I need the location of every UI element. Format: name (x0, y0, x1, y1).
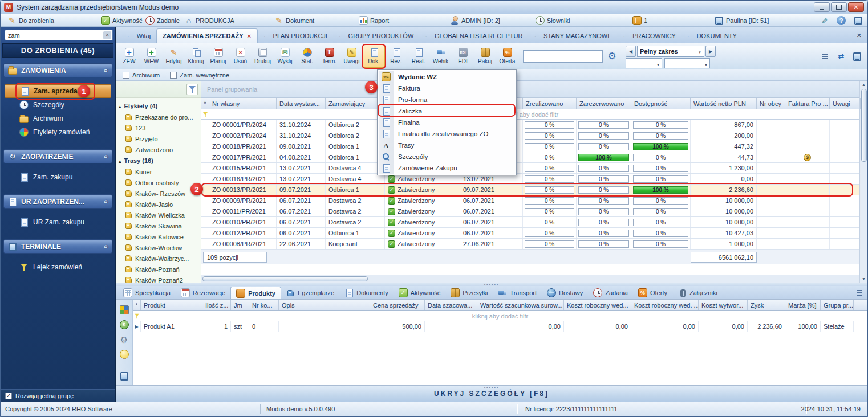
menu-item-raport[interactable]: Raport (356, 14, 391, 27)
grid-settings-button[interactable] (120, 305, 129, 314)
range-next-button[interactable] (705, 46, 716, 57)
column-header-grupa-pr[interactable]: Grupa pr... (821, 300, 854, 310)
column-header-dostępność[interactable]: Dostępność (631, 98, 691, 109)
close-tab-icon[interactable] (247, 32, 252, 39)
tree-item-przyjęto[interactable]: Przyjęto (117, 133, 200, 144)
sidebar-group-zamówienia[interactable]: ZAMÓWIENIA (3, 63, 112, 77)
toolbar-button-stat[interactable]: Stat. (296, 44, 318, 68)
menu-item-produkcja[interactable]: PRODUKCJA (182, 14, 237, 27)
tree-item-kraków-poznań[interactable]: Kraków-Poznań (117, 264, 200, 275)
tab-pracownicy[interactable]: PRACOWNICY (618, 28, 682, 43)
vertical-scrollbar[interactable] (859, 81, 867, 283)
column-header-marża[interactable]: Marża [%] (785, 300, 821, 310)
order-row-zo-00013-pr-2021[interactable]: ZO 00013/PR/202109.07.2021Odbiorca 1Zatw… (201, 185, 859, 195)
toolbar-button-wehik[interactable]: Wehik (429, 44, 452, 68)
toolbar-button-planuj[interactable]: Planuj (207, 44, 229, 68)
sidebar-group-zaopatrzenie[interactable]: ZAOPATRZENIE (3, 149, 112, 163)
maximize-button[interactable] (831, 2, 847, 12)
sidebar-group-ur-zaopatrzen[interactable]: UR ZAOPATRZEN... (3, 194, 112, 208)
toolbar-button-edytuj[interactable]: Edytuj (163, 44, 185, 68)
feather-button[interactable] (820, 16, 829, 25)
tree-item-kraków-wieliczka[interactable]: Kraków-Wieliczka (117, 210, 200, 220)
column-header-wartość-netto-pln[interactable]: Wartość netto PLN (691, 98, 757, 109)
sidebar-item-zam-zakupu[interactable]: Zam. zakupu (3, 170, 112, 184)
scrollbar-thumb[interactable] (861, 89, 867, 162)
context-menu-item-zamówienie-zakupu[interactable]: Zamówienie Zakupu (379, 162, 515, 174)
column-header-zamawiający[interactable]: Zamawiający (326, 98, 385, 109)
costs-button[interactable] (120, 320, 129, 329)
tab-dokumenty[interactable]: DOKUMENTY (682, 28, 743, 43)
expand-one-group-checkbox[interactable] (5, 393, 12, 399)
column-header-nr-własny[interactable]: Nr własny (209, 98, 277, 109)
expand-row-icon[interactable] (133, 321, 141, 332)
lightbulb-button[interactable] (120, 350, 129, 359)
sidebar-item-archiwum[interactable]: Archiwum (3, 112, 112, 125)
details-tab-załączniki[interactable]: Załączniki (672, 287, 723, 299)
column-header-data-szacowa[interactable]: Data szacowa... (425, 300, 477, 310)
tree-item-przekazane-do-pro[interactable]: Przekazane do pro... (117, 112, 200, 122)
filter-combo-2[interactable] (664, 58, 710, 68)
scroll-up-icon[interactable] (860, 81, 867, 88)
tree-item-kraków-katowice[interactable]: Kraków-Katowice (117, 231, 200, 242)
toolbar-button-pakuj[interactable]: Pakuj (474, 44, 496, 68)
archive-checkbox[interactable] (123, 72, 129, 79)
internal-orders-checkbox[interactable] (170, 72, 177, 79)
details-tab-produkty[interactable]: Produkty (230, 287, 281, 299)
toolbar-button-drukuj[interactable]: Drukuj (252, 44, 274, 68)
toolbar-button-dok[interactable]: Dok. (363, 44, 385, 68)
order-row-zo-00017-pr-2021[interactable]: ZO 00017/PR/202104.08.2021Odbiorca 10 %1… (201, 152, 859, 163)
toolbar-search-input[interactable] (523, 50, 603, 63)
tab-stany-magazynowe[interactable]: STANY MAGAZYNOWE (528, 28, 617, 43)
order-row-zo-00010-pr-2021[interactable]: ZO 00010/PR/202106.07.2021Dostawca 2Zatw… (201, 217, 859, 228)
context-menu-item-zaliczka[interactable]: Zaliczka (379, 105, 515, 117)
menu-item-dokument[interactable]: Dokument (272, 14, 317, 27)
tree-item-kurier[interactable]: Kurier (117, 166, 200, 177)
context-menu-item-trasy[interactable]: Trasy (379, 140, 515, 151)
sidebar-group-terminale[interactable]: TERMINALE (3, 239, 112, 254)
details-tab-dostawy[interactable]: Dostawy (542, 287, 588, 299)
monitor-button[interactable] (120, 371, 129, 381)
toolbar-button-oferta[interactable]: Oferta (496, 44, 518, 68)
tab-zamówienia-sprzedaży[interactable]: ZAMÓWIENIA SPRZEDAŻY (156, 28, 258, 43)
tab-plan-produkcji[interactable]: PLAN PRODUKCJI (258, 28, 333, 43)
column-header-zrealizowano[interactable]: Zrealizowano (523, 98, 577, 109)
grid-filter-row[interactable]: kliknij aby dodać filtr (133, 311, 867, 321)
tree-item-kraków-poznań2[interactable]: Kraków-Poznań2 (117, 275, 200, 283)
tree-item-kraków-jasło[interactable]: Kraków-Jasło (117, 199, 200, 210)
column-header-koszt-wytwor[interactable]: Koszt wytwor... (699, 300, 748, 310)
remote-screen-button[interactable] (854, 16, 863, 25)
gear-button[interactable] (120, 335, 129, 344)
order-row-zo-00011-pr-2021[interactable]: ZO 00011/PR/202106.07.2021Dostawca 2Zatw… (201, 206, 859, 217)
tree-item-odbior-osobisty[interactable]: Odbior osobisty (117, 177, 200, 188)
help-button[interactable] (837, 16, 846, 25)
tree-item-zatwierdzono[interactable]: Zatwierdzono (117, 144, 200, 155)
order-row-zo-00008-pr-2021[interactable]: ZO 00008/PR/202122.06.2021KooperantZatwi… (201, 239, 859, 250)
details-tab-transport[interactable]: Transport (493, 287, 542, 299)
tree-item-kraków-skawina[interactable]: Kraków-Skawina (117, 220, 200, 231)
sidebar-item-lejek-zamówień[interactable]: Lejek zamówień (3, 260, 112, 274)
order-row-zo-00009-pr-2021[interactable]: ZO 00009/PR/202106.07.2021Dostawca 2Zatw… (201, 195, 859, 206)
order-row-zo-00015-pr-2021[interactable]: ZO 00015/PR/202113.07.2021Dostawca 40 %0… (201, 163, 859, 174)
column-header-nr-obcy[interactable]: Nr obcy (757, 98, 785, 109)
settings-gear-icon[interactable] (606, 51, 618, 62)
column-header-koszt-roboczny-wed[interactable]: Koszt roboczny wed. ... (631, 300, 699, 310)
menu-item-admin-id-2[interactable]: ADMIN [ID: 2] (448, 14, 502, 27)
tab-grupy-produktów[interactable]: GRUPY PRODUKTÓW (333, 28, 419, 43)
column-header-uwagi[interactable]: Uwagi (830, 98, 861, 109)
toolbar-button-zew[interactable]: ZEW (118, 44, 140, 68)
details-tab-oferty[interactable]: Oferty (633, 287, 672, 299)
sidebar-item-etykiety-zamówień[interactable]: Etykiety zamówień (3, 125, 112, 139)
menu-item-paulina-id-51[interactable]: Paulina [ID: 51] (712, 14, 771, 27)
hide-details-bar[interactable]: UKRYJ SZCZEGÓŁY [F8] (116, 385, 867, 402)
toolbar-button-wyślij[interactable]: Wyślij (274, 44, 296, 68)
details-tab-rezerwacje[interactable]: Rezerwacje (176, 287, 230, 299)
details-tab-zadania[interactable]: Zadania (588, 287, 633, 299)
tree-item-kraków-wrocław[interactable]: Kraków-Wrocław (117, 242, 200, 253)
context-menu-item-wydanie-wz[interactable]: Wydanie WZ (379, 71, 515, 83)
column-header-opis[interactable]: Opis (279, 300, 370, 310)
product-row-produkt-a1[interactable]: Produkt A11szt0500,000,000,000,000,002 2… (133, 321, 867, 332)
internal-orders-filter[interactable]: Zam. wewnętrzne (170, 72, 229, 79)
menu-item-aktywność[interactable]: Aktywność (99, 14, 145, 27)
order-row-zo-00016-pr-2021[interactable]: ZO 00016/PR/202113.07.2021Dostawca 4Zatw… (201, 174, 859, 185)
column-header-jm[interactable]: Jm (231, 300, 249, 310)
